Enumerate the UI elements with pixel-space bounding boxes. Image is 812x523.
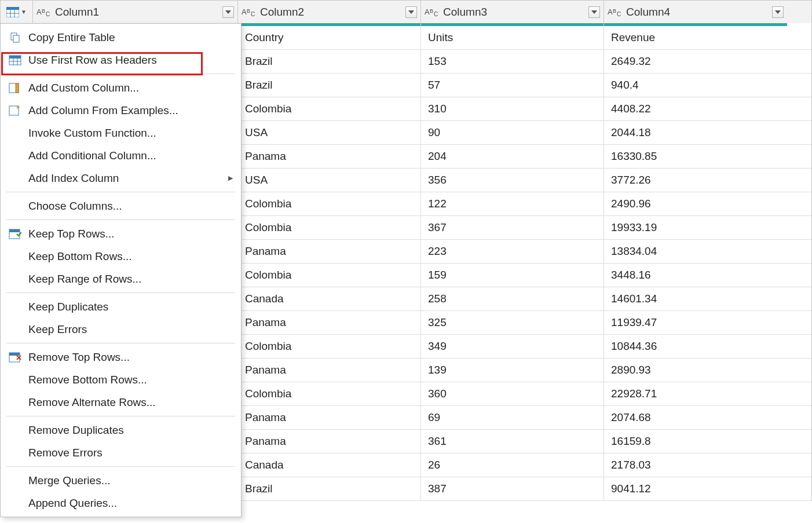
svg-text:A: A (36, 8, 42, 16)
cell[interactable]: Brazil (238, 477, 421, 500)
cell[interactable]: Colombia (238, 192, 421, 215)
menu-item[interactable]: Add Custom Column... (1, 76, 241, 99)
cell[interactable]: Panama (238, 145, 421, 168)
menu-item[interactable]: Merge Queries... (1, 469, 241, 492)
cell[interactable]: 16159.8 (604, 430, 787, 453)
cell[interactable]: Brazil (238, 74, 421, 97)
cell[interactable]: Colombia (238, 335, 421, 358)
cell[interactable]: 16330.85 (604, 145, 787, 168)
cell[interactable]: 11939.47 (604, 311, 787, 334)
remove-icon (6, 352, 24, 363)
menu-item[interactable]: Invoke Custom Function... (1, 122, 241, 144)
cell[interactable]: 367 (421, 216, 604, 239)
cell[interactable]: 349 (421, 335, 604, 358)
cell[interactable]: 26 (421, 453, 604, 477)
menu-item-label: Append Queries... (28, 497, 233, 510)
menu-separator (6, 466, 235, 467)
cell[interactable]: 153 (421, 50, 604, 73)
cell[interactable]: 258 (421, 287, 604, 310)
cell[interactable]: 69 (421, 406, 604, 429)
cell[interactable]: 13834.04 (604, 240, 787, 263)
cell[interactable]: Canada (238, 453, 421, 477)
cell[interactable]: 2649.32 (604, 50, 787, 73)
column-header-4[interactable]: ABC Column4 (604, 1, 787, 23)
filter-button[interactable] (772, 6, 784, 18)
cell[interactable]: Panama (238, 406, 421, 429)
cell[interactable]: 3448.16 (604, 264, 787, 287)
menu-item[interactable]: Keep Errors (1, 318, 241, 341)
filter-button[interactable] (588, 6, 600, 18)
menu-item[interactable]: Append Queries... (1, 492, 241, 514)
cell[interactable]: 387 (421, 477, 604, 500)
cell[interactable]: USA (238, 169, 421, 192)
menu-item[interactable]: Copy Entire Table (1, 26, 241, 49)
menu-item-label: Remove Alternate Rows... (28, 396, 233, 409)
cell[interactable]: 122 (421, 192, 604, 215)
cell[interactable]: 14601.34 (604, 287, 787, 310)
cell[interactable]: 204 (421, 145, 604, 168)
cell[interactable]: Revenue (604, 26, 787, 49)
cell[interactable]: Panama (238, 430, 421, 453)
cell[interactable]: Colombia (238, 264, 421, 287)
cell[interactable]: 2490.96 (604, 192, 787, 215)
cell[interactable]: 940.4 (604, 74, 787, 97)
svg-text:A: A (608, 8, 613, 16)
menu-item[interactable]: Keep Duplicates (1, 295, 241, 318)
cell[interactable]: 2044.18 (604, 121, 787, 144)
cell[interactable]: Panama (238, 359, 421, 382)
type-text-icon: ABC (608, 8, 623, 17)
cell[interactable]: 90 (421, 121, 604, 144)
cell[interactable]: 10844.36 (604, 335, 787, 358)
menu-item[interactable]: Add Column From Examples... (1, 99, 241, 122)
menu-item[interactable]: Use First Row as Headers (1, 49, 241, 71)
cell[interactable]: 2074.68 (604, 406, 787, 429)
filter-button[interactable] (405, 6, 417, 18)
menu-item[interactable]: Remove Alternate Rows... (1, 391, 241, 414)
column-header-2[interactable]: ABC Column2 (238, 1, 421, 23)
filter-button[interactable] (222, 6, 234, 18)
menu-item[interactable]: Remove Duplicates (1, 419, 241, 441)
menu-item-label: Remove Top Rows... (28, 351, 233, 364)
cell[interactable]: 223 (421, 240, 604, 263)
cell[interactable]: 139 (421, 359, 604, 382)
cell[interactable]: Colombia (238, 382, 421, 405)
cell[interactable]: 3772.26 (604, 169, 787, 192)
menu-item[interactable]: Keep Range of Rows... (1, 268, 241, 290)
cell[interactable]: USA (238, 121, 421, 144)
menu-item[interactable]: Keep Bottom Rows... (1, 245, 241, 268)
cell[interactable]: 2890.93 (604, 359, 787, 382)
cell[interactable]: 57 (421, 74, 604, 97)
cell[interactable]: 159 (421, 264, 604, 287)
cell[interactable]: 325 (421, 311, 604, 334)
column-header-3[interactable]: ABC Column3 (421, 1, 604, 23)
cell[interactable]: Canada (238, 287, 421, 310)
cell[interactable]: 19933.19 (604, 216, 787, 239)
column-header-1[interactable]: ABC Column1 (33, 1, 238, 23)
cell[interactable]: Units (421, 26, 604, 49)
cell[interactable]: Country (238, 26, 421, 49)
cell[interactable]: 361 (421, 430, 604, 453)
cell[interactable]: 9041.12 (604, 477, 787, 500)
cell[interactable]: Panama (238, 311, 421, 334)
cell[interactable]: 2178.03 (604, 453, 787, 477)
menu-separator (6, 220, 235, 220)
cell[interactable]: 4408.22 (604, 97, 787, 120)
menu-item[interactable]: Add Index Column▶ (1, 167, 241, 189)
table-options-button[interactable]: ▼ (1, 1, 33, 23)
type-text-icon: ABC (36, 8, 52, 17)
menu-item[interactable]: Remove Top Rows... (1, 346, 241, 368)
cell[interactable]: 22928.71 (604, 382, 787, 405)
menu-item[interactable]: Choose Columns... (1, 195, 241, 217)
menu-item[interactable]: Add Conditional Column... (1, 144, 241, 167)
menu-item[interactable]: Remove Bottom Rows... (1, 368, 241, 391)
cell[interactable]: 360 (421, 382, 604, 405)
cell[interactable]: 356 (421, 169, 604, 192)
menu-item[interactable]: Remove Errors (1, 441, 241, 464)
cell[interactable]: Colombia (238, 216, 421, 239)
cell[interactable]: Brazil (238, 50, 421, 73)
menu-item[interactable]: Keep Top Rows... (1, 222, 241, 245)
cell[interactable]: 310 (421, 97, 604, 120)
cell[interactable]: Panama (238, 240, 421, 263)
cell[interactable]: Colombia (238, 97, 421, 120)
svg-text:C: C (434, 11, 438, 17)
